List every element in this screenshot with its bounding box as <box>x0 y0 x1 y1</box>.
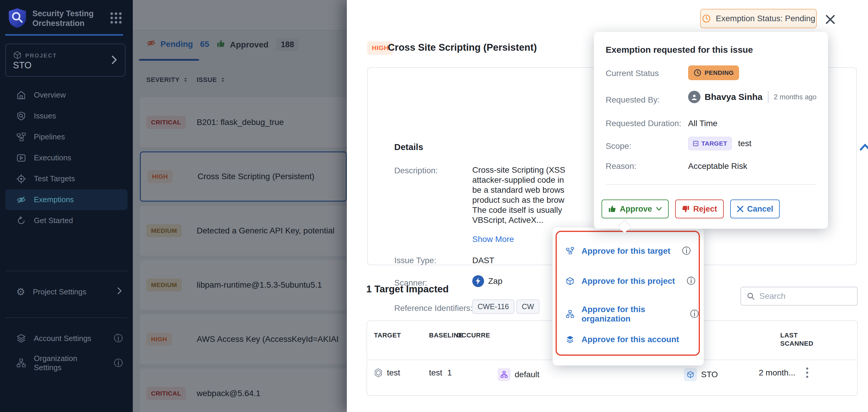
info-icon: ⓘ <box>687 275 695 287</box>
last-scanned-cell: 2 month... <box>759 368 796 378</box>
cube-icon <box>566 277 575 286</box>
layers-icon <box>16 333 26 343</box>
app-logo-shield-icon <box>8 8 27 29</box>
description-label: Description: <box>394 166 438 175</box>
project-cube-icon <box>684 368 697 381</box>
target-icon <box>16 174 26 184</box>
reject-button[interactable]: Reject <box>675 200 724 218</box>
issue-type-label: Issue Type: <box>394 256 436 265</box>
scanner-value: Zap <box>472 275 502 287</box>
sidebar-item-issues[interactable]: Issues <box>0 106 133 126</box>
sidebar-item-label: Account Settings <box>34 334 91 343</box>
clock-icon <box>702 14 711 23</box>
details-heading: Details <box>394 142 423 152</box>
reference-identifiers-label: Reference Identifiers: <box>394 303 472 313</box>
zap-scanner-icon <box>472 275 484 287</box>
chevron-right-icon <box>110 55 118 66</box>
scope-target-name: test <box>738 139 751 148</box>
sidebar-item-project-settings[interactable]: ⚙ Project Settings <box>0 282 133 302</box>
menu-item-approve-project[interactable]: Approve for this project ⓘ <box>566 275 695 287</box>
sidebar-divider <box>5 317 127 318</box>
target-cell: test <box>374 368 400 378</box>
sidebar-item-exemptions[interactable]: Exemptions <box>5 189 127 210</box>
sidebar-item-executions[interactable]: Executions <box>0 147 133 168</box>
sidebar-item-label: Executions <box>34 153 71 163</box>
sidebar-item-overview[interactable]: Overview <box>0 85 133 106</box>
sidebar-item-label: Organization Settings <box>34 354 106 372</box>
col-occurrences: OCCURRE <box>456 331 490 340</box>
sidebar-item-label: Test Targets <box>34 174 75 183</box>
dropdown-highlight-border: Approve for this target ⓘ Approve for th… <box>556 231 700 356</box>
exemption-status-button[interactable]: Exemption Status: Pending <box>700 9 817 28</box>
info-icon: ⓘ <box>690 308 699 320</box>
sidebar: Security Testing Orchestration PROJE <box>0 0 133 412</box>
get-started-icon <box>16 216 26 226</box>
sidebar-item-label: Pipelines <box>34 132 65 142</box>
reference-chip[interactable]: CW <box>517 299 539 314</box>
sidebar-divider <box>5 271 127 271</box>
module-grid-icon[interactable] <box>110 11 123 26</box>
target-chip-icon <box>692 140 699 147</box>
target-flow-icon <box>566 247 575 256</box>
shield-search-icon <box>16 111 26 121</box>
info-icon: ⓘ <box>682 245 691 257</box>
issue-type-value: DAST <box>472 256 494 265</box>
search-box[interactable] <box>741 287 858 305</box>
sidebar-item-test-targets[interactable]: Test Targets <box>0 168 133 189</box>
current-status-label: Current Status <box>606 69 659 78</box>
requested-by-value: Bhavya Sinha 2 months ago <box>688 91 816 103</box>
requested-time: 2 months ago <box>774 93 816 101</box>
menu-item-approve-account[interactable]: Approve for this account <box>566 335 679 344</box>
row-kebab-menu-icon[interactable] <box>804 366 810 380</box>
info-icon: ⓘ <box>114 357 123 369</box>
requested-by-label: Requested By: <box>606 95 660 105</box>
sidebar-item-label: Get Started <box>34 216 73 225</box>
pipeline-icon <box>16 132 26 142</box>
menu-item-approve-organization[interactable]: Approve for this organization ⓘ <box>566 305 699 324</box>
modal-dim-overlay[interactable] <box>133 0 347 412</box>
sidebar-item-pipelines[interactable]: Pipelines <box>0 126 133 147</box>
sidebar-item-account-settings[interactable]: Account Settings ⓘ <box>0 328 133 349</box>
sidebar-item-label: Exemptions <box>34 195 74 204</box>
target-scope-badge: TARGET <box>688 137 732 150</box>
baseline-cell: test <box>429 368 442 378</box>
sidebar-item-label: Project Settings <box>33 287 86 296</box>
description-text: Cross-site Scripting (XSS attacker-suppl… <box>472 165 565 225</box>
close-icon[interactable] <box>823 12 837 27</box>
org-chart-icon <box>566 310 575 319</box>
organization-cell: default <box>498 368 539 381</box>
sidebar-item-label: Overview <box>34 90 66 99</box>
reason-value: Acceptable Risk <box>688 161 747 171</box>
clock-icon <box>693 69 702 77</box>
project-cell: STO <box>684 368 718 381</box>
layers-icon <box>566 335 575 344</box>
col-target: TARGET <box>374 331 401 340</box>
approve-button[interactable]: Approve <box>601 200 669 218</box>
sidebar-item-get-started[interactable]: Get Started <box>0 210 133 231</box>
issue-detail-drawer: HIGH Cross Site Scripting (Persistent) E… <box>347 0 868 412</box>
avatar <box>688 91 701 103</box>
reference-chip[interactable]: CWE-116 <box>472 299 515 314</box>
search-icon <box>746 292 755 301</box>
cancel-button[interactable]: Cancel <box>730 200 780 218</box>
x-icon <box>737 205 744 212</box>
project-label: PROJECT <box>25 53 57 59</box>
thumbs-up-icon <box>608 205 616 213</box>
search-input[interactable] <box>760 291 848 301</box>
sidebar-accent-divider <box>5 34 123 36</box>
approve-dropdown-menu: Approve for this target ⓘ Approve for th… <box>553 228 704 365</box>
menu-item-label: Approve for this target <box>582 246 671 256</box>
show-more-link[interactable]: Show More <box>472 235 514 244</box>
target-hexagon-icon <box>374 368 383 378</box>
requested-duration-label: Requested Duration: <box>606 119 681 128</box>
menu-item-label: Approve for this organization <box>582 305 678 324</box>
eye-off-icon <box>16 195 26 205</box>
sidebar-item-organization-settings[interactable]: Organization Settings ⓘ <box>0 353 133 373</box>
menu-item-approve-target[interactable]: Approve for this target ⓘ <box>566 245 691 257</box>
project-cube-icon <box>13 51 22 61</box>
chevron-up-icon[interactable] <box>859 143 868 153</box>
project-selector[interactable]: PROJECT STO <box>5 43 125 77</box>
chevron-down-icon <box>656 207 662 211</box>
home-icon <box>16 90 26 100</box>
scope-value: TARGET test <box>688 137 751 150</box>
